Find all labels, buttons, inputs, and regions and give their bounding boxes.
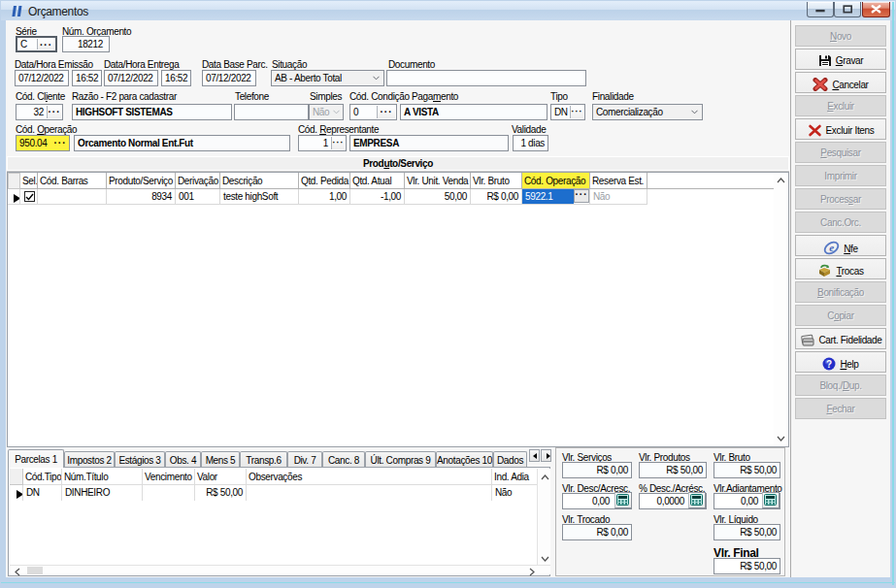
svg-text:?: ?	[827, 359, 833, 370]
svg-text:e: e	[829, 242, 834, 253]
